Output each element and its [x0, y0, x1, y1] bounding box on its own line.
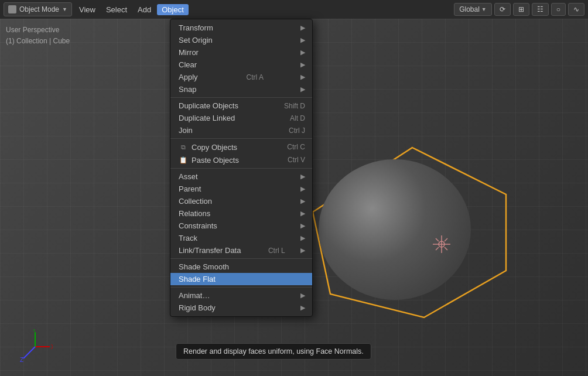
shortcut-label: Ctrl V — [276, 156, 305, 164]
arrow-icon: ▶ — [300, 234, 305, 242]
perspective-label: User Perspective — [6, 25, 70, 36]
svg-line-6 — [436, 247, 439, 250]
arrow-icon: ▶ — [300, 24, 305, 32]
arrow-icon: ▶ — [300, 222, 305, 230]
menu-item-track[interactable]: Track ▶ — [170, 232, 312, 244]
shortcut-label: Ctrl J — [277, 127, 305, 135]
svg-line-12 — [23, 347, 35, 358]
svg-line-4 — [436, 238, 439, 241]
curve-btn[interactable]: ∿ — [568, 3, 584, 16]
nav-add[interactable]: Add — [133, 4, 156, 15]
overlay-icon: ☷ — [537, 5, 543, 13]
menu-item-link-transfer[interactable]: Link/Transfer Data Ctrl L ▶ — [170, 244, 312, 257]
global-label: Global — [459, 5, 480, 13]
menu-item-constraints[interactable]: Constraints ▶ — [170, 220, 312, 232]
arrow-icon: ▶ — [300, 185, 305, 193]
shortcut-label: Ctrl C — [275, 143, 305, 151]
menu-item-snap[interactable]: Snap ▶ — [170, 83, 312, 95]
menu-item-shade-flat[interactable]: Shade Flat — [170, 273, 312, 285]
object-menu: Transform ▶ Set Origin ▶ Mirror ▶ Clear … — [170, 19, 313, 317]
separator-4 — [170, 258, 312, 259]
global-chevron-icon: ▼ — [481, 6, 487, 12]
menu-item-join[interactable]: Join Ctrl J — [170, 124, 312, 136]
3d-object-container — [307, 142, 529, 329]
separator-5 — [170, 287, 312, 288]
separator-3 — [170, 168, 312, 169]
menu-item-mirror[interactable]: Mirror ▶ — [170, 46, 312, 59]
arrow-icon: ▶ — [300, 86, 305, 93]
origin-crosshair — [430, 233, 453, 256]
menu-item-shade-smooth[interactable]: Shade Smooth — [170, 261, 312, 273]
snap-btn[interactable]: ⊞ — [513, 3, 529, 16]
menu-item-relations[interactable]: Relations ▶ — [170, 207, 312, 220]
overlay-btn[interactable]: ☷ — [532, 3, 549, 16]
menu-item-apply[interactable]: Apply Ctrl A ▶ — [170, 71, 312, 83]
viewport-info: User Perspective (1) Collection | Cube — [6, 25, 70, 47]
menu-item-clear[interactable]: Clear ▶ — [170, 59, 312, 71]
global-selector[interactable]: Global ▼ — [454, 3, 492, 16]
header-nav: View Select Add Object — [74, 4, 189, 15]
arrow-icon: ▶ — [300, 61, 305, 69]
menu-item-asset[interactable]: Asset ▶ — [170, 170, 312, 183]
toolbar-right: Global ▼ ⟳ ⊞ ☷ ○ ∿ — [454, 3, 584, 16]
shading-btn[interactable]: ○ — [551, 3, 566, 16]
separator-2 — [170, 138, 312, 139]
orbit-btn[interactable]: ⟳ — [494, 3, 511, 16]
axis-indicator: X Y Z — [18, 329, 53, 364]
menu-item-paste-objects[interactable]: 📋 Paste Objects Ctrl V — [170, 153, 312, 166]
arrow-icon: ▶ — [300, 247, 305, 254]
shortcut-label: Alt D — [278, 114, 305, 122]
mode-selector[interactable]: Object Mode ▼ — [4, 2, 72, 16]
menu-item-collection[interactable]: Collection ▶ — [170, 195, 312, 207]
arrow-icon: ▶ — [300, 73, 305, 81]
paste-icon: 📋 — [179, 155, 188, 165]
menu-item-copy-objects[interactable]: ⧉ Copy Objects Ctrl C — [170, 141, 312, 153]
arrow-icon: ▶ — [300, 36, 305, 44]
svg-line-5 — [445, 238, 447, 241]
svg-text:X: X — [51, 344, 53, 350]
menu-item-set-origin[interactable]: Set Origin ▶ — [170, 34, 312, 46]
menu-item-duplicate-objects[interactable]: Duplicate Objects Shift D — [170, 100, 312, 112]
menu-item-rigid-body[interactable]: Rigid Body ▶ — [170, 302, 312, 314]
sphere-mesh — [319, 159, 471, 300]
menu-item-animate[interactable]: Animat… ▶ — [170, 289, 312, 302]
shortcut-label: Ctrl A — [235, 73, 264, 81]
mode-icon — [8, 5, 16, 13]
arrow-icon: ▶ — [300, 304, 305, 312]
nav-select[interactable]: Select — [101, 4, 132, 15]
mode-label: Object Mode — [19, 5, 59, 13]
arrow-icon: ▶ — [300, 49, 305, 56]
menu-item-duplicate-linked[interactable]: Duplicate Linked Alt D — [170, 112, 312, 124]
copy-icon: ⧉ — [179, 142, 188, 152]
curve-icon: ∿ — [573, 5, 579, 13]
snap-icon: ⊞ — [518, 5, 524, 13]
menu-item-transform[interactable]: Transform ▶ — [170, 22, 312, 34]
svg-line-7 — [445, 247, 447, 250]
arrow-icon: ▶ — [300, 173, 305, 180]
chevron-down-icon: ▼ — [62, 6, 67, 12]
nav-object[interactable]: Object — [157, 4, 189, 15]
shortcut-label: Ctrl L — [257, 247, 285, 255]
arrow-icon: ▶ — [300, 197, 305, 205]
arrow-icon: ▶ — [300, 210, 305, 217]
arrow-icon: ▶ — [300, 292, 305, 299]
orbit-icon: ⟳ — [500, 5, 505, 13]
menu-item-parent[interactable]: Parent ▶ — [170, 183, 312, 195]
shading-icon: ○ — [556, 5, 560, 13]
top-toolbar: Object Mode ▼ View Select Add Object Glo… — [0, 0, 588, 19]
separator-1 — [170, 97, 312, 98]
svg-text:Y: Y — [32, 329, 36, 333]
svg-text:Z: Z — [20, 357, 23, 363]
collection-label: (1) Collection | Cube — [6, 36, 70, 47]
shortcut-label: Shift D — [272, 102, 305, 110]
shade-flat-tooltip: Render and display faces uniform, using … — [176, 343, 371, 360]
nav-view[interactable]: View — [74, 4, 100, 15]
